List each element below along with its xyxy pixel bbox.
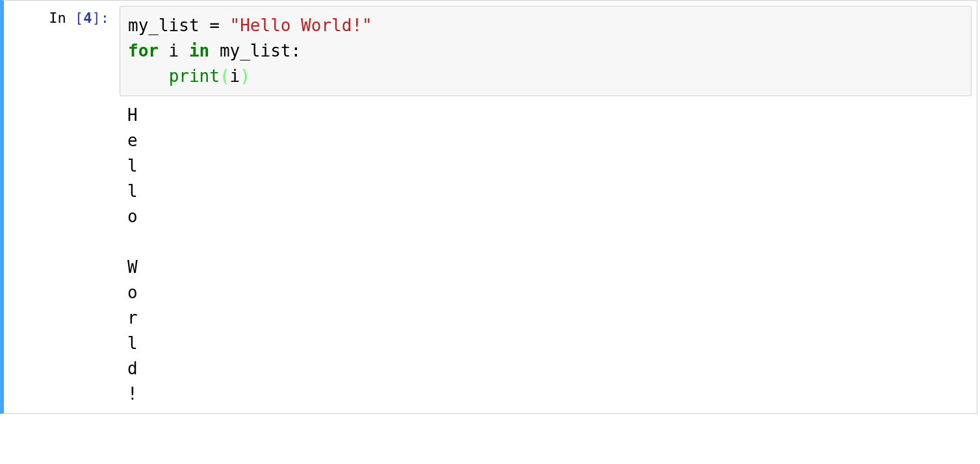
code-arg: i [230,66,240,86]
prompt-close-bracket: ]: [92,10,110,26]
cell-main: my_list = "Hello World!" for i in my_lis… [114,1,977,413]
code-open-paren: ( [220,66,230,86]
prompt-open-bracket: [ [75,10,83,26]
code-sp1: i [159,41,189,60]
code-eq: = [209,16,229,35]
notebook-cell[interactable]: In [4]: my_list = "Hello World!" for i i… [0,0,977,414]
code-indent [128,66,169,86]
prompt-in-label: In [49,10,75,26]
code-string: "Hello World!" [230,16,372,35]
code-output: H e l l o W o r l d ! [120,96,972,407]
code-close-paren: ) [240,66,250,86]
code-input[interactable]: my_list = "Hello World!" for i in my_lis… [120,6,972,96]
prompt-number: 4 [83,10,92,26]
code-kw-in: in [189,41,209,60]
code-print: print [169,66,220,86]
code-kw-for: for [128,41,159,60]
code-rest: my_list: [209,41,301,60]
input-prompt: In [4]: [4,1,114,413]
code-var: my_list [128,16,209,35]
